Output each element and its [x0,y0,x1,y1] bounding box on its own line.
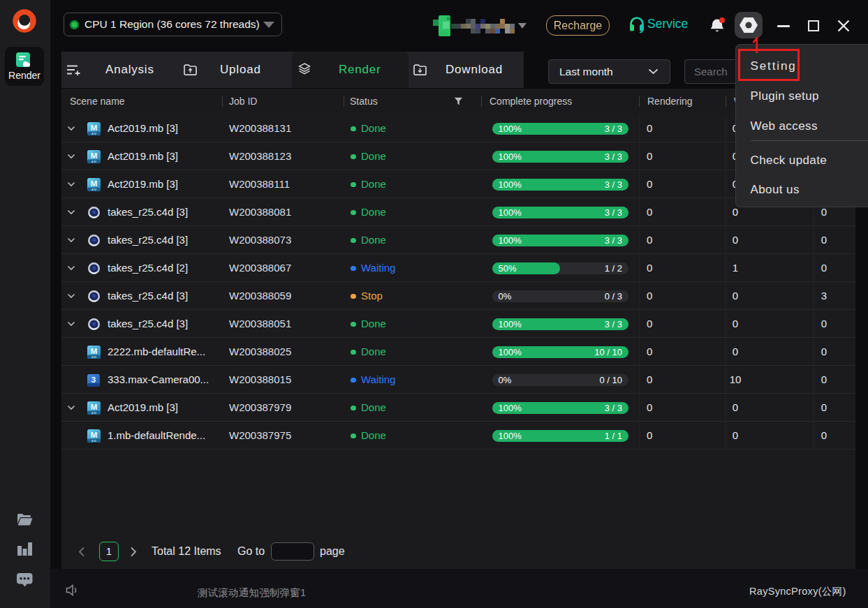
svg-text:3: 3 [91,376,96,384]
svg-text:M: M [90,124,97,132]
svg-text:A M: A M [91,132,96,135]
svg-text:A M: A M [91,355,96,359]
svg-text:A M: A M [91,160,96,163]
svg-text:A M: A M [91,188,96,191]
svg-text:M: M [90,151,97,160]
svg-text:M: M [90,179,97,188]
svg-text:M: M [90,431,97,439]
svg-text:A M: A M [91,411,96,415]
svg-text:M: M [90,403,97,411]
svg-text:A M: A M [91,439,96,443]
svg-text:M: M [90,347,97,355]
